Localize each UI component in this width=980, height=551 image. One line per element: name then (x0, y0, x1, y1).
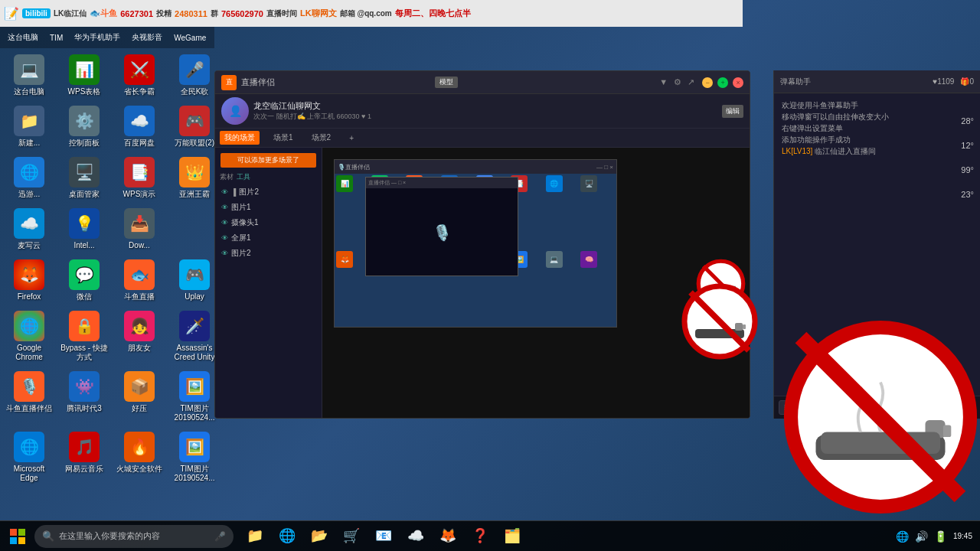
icon-img-douyu: 🐟 (124, 259, 155, 290)
icon-intel[interactable]: 💡 Intel... (58, 205, 110, 253)
icon-tim-img2[interactable]: 🖼️ TIM图片 20190524... (168, 429, 220, 486)
svg-rect-7 (743, 324, 746, 329)
tab-scene1[interactable]: 场景1 (269, 131, 298, 145)
icon-label-baidu: 百度网盘 (124, 139, 155, 148)
taskbar-filemgr[interactable]: 📁 (240, 521, 270, 552)
icon-new[interactable]: 📁 新建... (3, 103, 55, 151)
eye-icon-5: 👁 (221, 249, 228, 257)
icon-baidu-cloud[interactable]: ☁️ 百度网盘 (113, 103, 165, 151)
tab-add[interactable]: + (345, 132, 358, 144)
scene-item-img2-top[interactable]: 👁 ▐ 图片2 (218, 184, 318, 200)
icon-xunyou[interactable]: 🌐 迅游... (3, 154, 55, 202)
scene-item-fullscreen[interactable]: 👁 全屏1 (218, 230, 318, 246)
temp-readings: 28° 12° 99° 23° (961, 116, 974, 199)
icon-img-wechat: 💬 (69, 259, 100, 290)
icon-douyu-companion[interactable]: 🎙️ 斗鱼直播伴侣 (3, 368, 55, 425)
icon-asian-king[interactable]: 👑 亚洲王霸 (168, 154, 220, 202)
icon-netease-music[interactable]: 🎵 网易云音乐 (58, 429, 110, 486)
icon-label-netease: 网易云音乐 (65, 465, 103, 474)
icon-wechat[interactable]: 💬 微信 (58, 256, 110, 305)
top-item-wegame[interactable]: WeGame (174, 34, 206, 42)
deep-nested-bar: 直播伴侣 — □ × (366, 178, 518, 188)
icon-label-maixie: 麦写云 (18, 241, 41, 250)
taskbar-time: 19:45 (953, 532, 972, 540)
icon-label-asianking: 亚洲王霸 (179, 190, 210, 199)
icon-label-edge: Microsoft Edge (5, 465, 54, 483)
icon-img-wpsppt: 📑 (124, 157, 155, 187)
taskbar-baiducloud[interactable]: ☁️ (400, 521, 431, 552)
chat-msg-1: 欢迎使用斗鱼弹幕助手 (782, 99, 972, 111)
tab-scene2[interactable]: 场景2 (307, 131, 336, 145)
tab-my-scene[interactable]: 我的场景 (220, 131, 260, 145)
taskbar-files[interactable]: 🗂️ (497, 521, 528, 552)
icon-this-pc[interactable]: 💻 这台电脑 (3, 51, 55, 99)
chat-welcome: 欢迎使用斗鱼弹幕助手 移动弹窗可以自由拉伸改变大小 右键弹出设置菜单 添加功能操… (779, 96, 975, 160)
scene-label-img2-bottom: 图片2 (231, 248, 251, 259)
icon-edge[interactable]: 🌐 Microsoft Edge (3, 429, 55, 486)
icon-label-douyu: 斗鱼直播 (124, 292, 155, 302)
icon-wuzu[interactable]: 🎮 万能联盟(2) (168, 103, 220, 151)
search-icon: 🔍 (42, 530, 54, 542)
icon-img-timimg2: 🖼️ (179, 432, 210, 462)
taskbar-help[interactable]: ❓ (465, 521, 495, 552)
icon-img-ac: 🗡️ (179, 311, 210, 341)
top-item-cctv[interactable]: 央视影音 (132, 32, 162, 43)
top-item-pc[interactable]: 这台电脑 (8, 32, 38, 43)
icon-wps-ppt[interactable]: 📑 WPS演示 (113, 154, 165, 202)
icon-img-huocheng: 🔥 (124, 432, 155, 462)
icon-maixie[interactable]: ☁️ 麦写云 (3, 205, 55, 253)
icon-control-panel[interactable]: ⚙️ 控制面板 (58, 103, 110, 151)
icon-uplay[interactable]: 🎮 Uplay (168, 256, 220, 305)
top-item-huawei[interactable]: 华为手机助手 (74, 32, 120, 43)
stream-close-btn[interactable]: × (733, 77, 743, 88)
icon-wps-table[interactable]: 📊 WPS表格 (58, 51, 110, 99)
top-item-tim[interactable]: TIM (50, 34, 63, 42)
icon-karaoke[interactable]: 🎤 全民K歌 (168, 51, 220, 99)
add-more-scenes-btn[interactable]: 可以添加更多场景了 (220, 153, 316, 168)
stream-filter-icon[interactable]: ▼ (659, 77, 668, 87)
temp-3: 99° (961, 165, 974, 174)
nested-icon-8: 🖥️ (580, 175, 597, 192)
eye-icon-4: 👁 (221, 234, 228, 242)
taskbar-folder[interactable]: 📂 (304, 521, 335, 552)
icon-firefox[interactable]: 🦊 Firefox (3, 256, 55, 305)
windows-logo-icon (10, 529, 25, 544)
icon-label-wechat: 微信 (77, 292, 92, 302)
scene-item-img2-bottom[interactable]: 👁 图片2 (218, 246, 318, 261)
icon-chrome[interactable]: 🌐 Google Chrome (3, 308, 55, 365)
taskbar-search-bar[interactable]: 🔍 在这里输入你要搜索的内容 🎤 (34, 525, 234, 548)
stream-settings-icon[interactable]: ⚙ (674, 77, 681, 87)
taskbar-edge[interactable]: 🌐 (272, 521, 302, 552)
stream-minimize-btn[interactable]: − (702, 77, 713, 88)
icon-img-wuzu: 🎮 (179, 106, 210, 136)
icon-desktop-mgr[interactable]: 🖥️ 桌面管家 (58, 154, 110, 202)
icon-friend-girl[interactable]: 👧 朋友女 (113, 308, 165, 365)
icon-download[interactable]: 📥 Dow... (113, 205, 165, 253)
icon-assassin-creed[interactable]: 🗡️ Assassin's Creed Unity (168, 308, 220, 365)
edit-profile-btn[interactable]: 编辑 (722, 105, 743, 118)
gift-count: 0 (969, 77, 974, 86)
stream-share-icon[interactable]: ↗ (688, 77, 694, 87)
voice-search-icon[interactable]: 🎤 (214, 531, 226, 542)
icon-game1[interactable]: ⚔️ 省长争霸 (113, 51, 165, 99)
stream-maximize-btn[interactable]: + (717, 77, 728, 88)
scene-item-camera[interactable]: 👁 摄像头1 (218, 215, 318, 230)
mode-btn[interactable]: 模型 (435, 77, 458, 88)
taskbar-mail[interactable]: 📧 (368, 521, 399, 552)
icon-haozip[interactable]: 📦 好压 (113, 368, 165, 425)
icon-bypass[interactable]: 🔒 Bypass - 快捷方式 (58, 308, 110, 365)
scene-label-camera: 摄像头1 (231, 217, 259, 228)
taskbar-store[interactable]: 🛒 (336, 521, 367, 552)
icon-douyu-live[interactable]: 🐟 斗鱼直播 (113, 256, 165, 305)
icon-img-haozip: 📦 (124, 371, 155, 402)
icon-huocheng[interactable]: 🔥 火城安全软件 (113, 429, 165, 486)
chat-msg-3: 右键弹出设置菜单 (782, 122, 972, 134)
icon-tencent3[interactable]: 👾 腾讯时代3 (58, 368, 110, 425)
scene-item-img1[interactable]: 👁 图片1 (218, 200, 318, 215)
start-button[interactable] (0, 521, 34, 552)
taskbar-firefox[interactable]: 🦊 (433, 521, 463, 552)
stream-content-area: 可以添加更多场景了 素材 工具 👁 ▐ 图片2 👁 图片1 👁 摄像头1 (215, 148, 750, 419)
chat-header: 弹幕助手 ♥ 1109 🎁 0 (774, 70, 980, 93)
icon-tim-img1[interactable]: 🖼️ TIM图片 20190524... (168, 368, 220, 425)
icon-img-chrome: 🌐 (14, 311, 44, 341)
